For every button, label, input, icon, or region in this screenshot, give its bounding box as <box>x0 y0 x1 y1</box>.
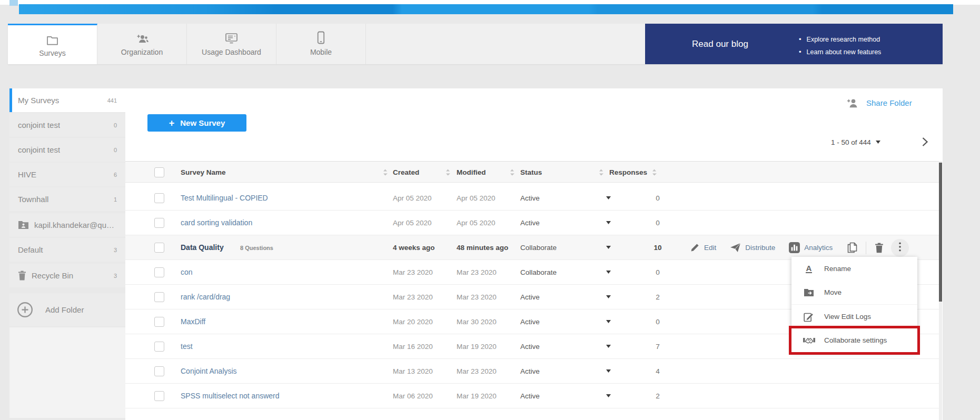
sidebar-item-shared-folder[interactable]: kapil.khandekar@que… <box>9 213 125 237</box>
new-survey-button[interactable]: + New Survey <box>147 114 246 132</box>
status-dropdown-caret[interactable] <box>606 221 611 224</box>
add-folder-button[interactable]: Add Folder <box>9 293 125 326</box>
sort-icon[interactable] <box>599 169 603 176</box>
analytics-button[interactable]: Analytics <box>804 244 833 252</box>
row-actions: Edit Distribute Analytics <box>684 235 909 260</box>
edit-icon[interactable] <box>690 243 700 253</box>
modified-cell: Mar 19 2020 <box>457 384 497 408</box>
survey-name-link[interactable]: Test Multilingual - COPIED <box>181 186 268 211</box>
row-checkbox[interactable] <box>154 317 164 327</box>
delete-survey-icon[interactable] <box>875 243 884 253</box>
pagination-dropdown[interactable]: 1 - 50 of 444 <box>831 137 880 147</box>
status-dropdown-caret[interactable] <box>606 369 611 373</box>
column-header-status[interactable]: Status <box>520 162 542 183</box>
banner-bullet-list: Explore research method Learn about new … <box>799 33 881 58</box>
sidebar-item-townhall[interactable]: Townhall 1 <box>9 187 125 211</box>
menu-item-rename[interactable]: A Rename <box>791 257 917 281</box>
distribute-button[interactable]: Distribute <box>745 244 775 252</box>
row-checkbox[interactable] <box>154 267 164 277</box>
column-header-created[interactable]: Created <box>393 162 419 183</box>
table-row: SPSS multiselect not answerd Mar 06 2020… <box>125 384 939 408</box>
sidebar-empty-area <box>9 327 125 418</box>
sidebar-item-hive[interactable]: HIVE 6 <box>9 163 125 186</box>
status-dropdown-caret[interactable] <box>606 320 611 323</box>
tab-surveys[interactable]: Surveys <box>8 24 97 64</box>
trash-icon <box>18 271 26 281</box>
row-checkbox[interactable] <box>154 342 164 352</box>
column-header-responses[interactable]: Responses <box>609 162 647 183</box>
table-scrollbar <box>939 161 942 420</box>
column-header-survey-name[interactable]: Survey Name <box>181 162 226 183</box>
row-checkbox[interactable] <box>154 218 164 228</box>
created-cell: Apr 05 2020 <box>393 186 432 211</box>
actions-divider <box>866 242 866 254</box>
survey-name-link[interactable]: Conjoint Analysis <box>181 359 237 384</box>
status-value: Active <box>520 309 540 334</box>
responses-count: 2 <box>644 285 671 309</box>
status-value: Active <box>520 334 540 359</box>
survey-name-link[interactable]: rank /card/drag <box>181 285 230 309</box>
sidebar-item-conjoint-test-2[interactable]: conjoint test 0 <box>9 138 125 162</box>
analytics-icon[interactable] <box>789 242 800 253</box>
row-checkbox[interactable] <box>154 366 164 376</box>
status-value: Active <box>520 285 540 309</box>
status-dropdown-caret[interactable] <box>606 295 611 298</box>
status-dropdown-caret[interactable] <box>606 394 611 397</box>
sidebar-item-my-surveys[interactable]: My Surveys 441 <box>9 88 125 112</box>
created-cell: Mar 23 2020 <box>393 285 433 309</box>
menu-item-collaborate-settings[interactable]: Collaborate settings <box>791 328 917 352</box>
status-dropdown-caret[interactable] <box>606 196 611 199</box>
sort-icon[interactable] <box>510 169 514 176</box>
responses-count: 10 <box>644 235 671 260</box>
row-checkbox[interactable] <box>154 292 164 302</box>
more-options-button[interactable] <box>891 239 909 257</box>
share-folder-button[interactable]: Share Folder <box>846 95 912 111</box>
select-all-checkbox[interactable] <box>154 167 164 177</box>
sidebar-item-default[interactable]: Default 3 <box>9 238 125 262</box>
tab-usage-dashboard[interactable]: Usage Dashboard <box>187 24 276 64</box>
banner-title[interactable]: Read our blog <box>645 24 795 64</box>
sort-icon[interactable] <box>446 169 450 176</box>
status-dropdown-caret[interactable] <box>606 246 611 249</box>
column-header-modified[interactable]: Modified <box>457 162 486 183</box>
blog-banner[interactable]: Read our blog Explore research method Le… <box>645 24 943 64</box>
modified-cell: Apr 05 2020 <box>457 211 496 235</box>
sort-icon[interactable] <box>652 169 657 176</box>
status-dropdown-caret[interactable] <box>606 271 611 274</box>
survey-name-link[interactable]: MaxDiff <box>181 309 205 334</box>
sidebar-item-conjoint-test-1[interactable]: conjoint test 0 <box>9 113 125 137</box>
survey-name-link[interactable]: con <box>181 260 193 285</box>
dots-vertical-icon <box>899 242 901 254</box>
tab-organization[interactable]: Organization <box>97 24 187 64</box>
row-checkbox[interactable] <box>154 243 164 253</box>
distribute-icon[interactable] <box>730 243 741 253</box>
survey-name-link[interactable]: SPSS multiselect not answerd <box>181 384 280 408</box>
responses-count: 0 <box>644 260 671 285</box>
row-checkbox[interactable] <box>154 193 164 203</box>
share-folder-label: Share Folder <box>866 98 912 107</box>
copy-survey-icon[interactable] <box>847 242 857 253</box>
row-checkbox[interactable] <box>154 391 164 401</box>
survey-name-link[interactable]: card sorting validation <box>181 211 252 235</box>
menu-item-view-edit-logs[interactable]: View Edit Logs <box>791 304 917 328</box>
created-cell: Mar 20 2020 <box>393 309 433 334</box>
status-dropdown-caret[interactable] <box>606 345 611 348</box>
table-row: Conjoint Analysis Mar 13 2020 Mar 23 202… <box>125 359 939 384</box>
next-page-button[interactable] <box>922 137 928 147</box>
top-brand-bar <box>19 4 953 14</box>
edit-button[interactable]: Edit <box>704 244 716 252</box>
created-cell: 4 weeks ago <box>393 235 435 260</box>
menu-item-move[interactable]: Move <box>791 281 917 304</box>
scrollbar-thumb[interactable] <box>939 163 942 302</box>
folder-count: 441 <box>107 97 117 104</box>
tab-mobile[interactable]: Mobile <box>276 24 366 64</box>
survey-name-link[interactable]: Data Quality <box>181 235 224 260</box>
modified-cell: Mar 30 2020 <box>457 309 497 334</box>
shared-folder-icon <box>18 221 29 229</box>
survey-name-link[interactable]: test <box>181 334 193 359</box>
plus-circle-icon <box>17 302 33 318</box>
sort-icon[interactable] <box>383 169 388 176</box>
modified-cell: 48 minutes ago <box>457 235 508 260</box>
sidebar-item-recycle-bin[interactable]: Recycle Bin 3 <box>9 264 125 287</box>
created-cell: Mar 23 2020 <box>393 260 433 285</box>
